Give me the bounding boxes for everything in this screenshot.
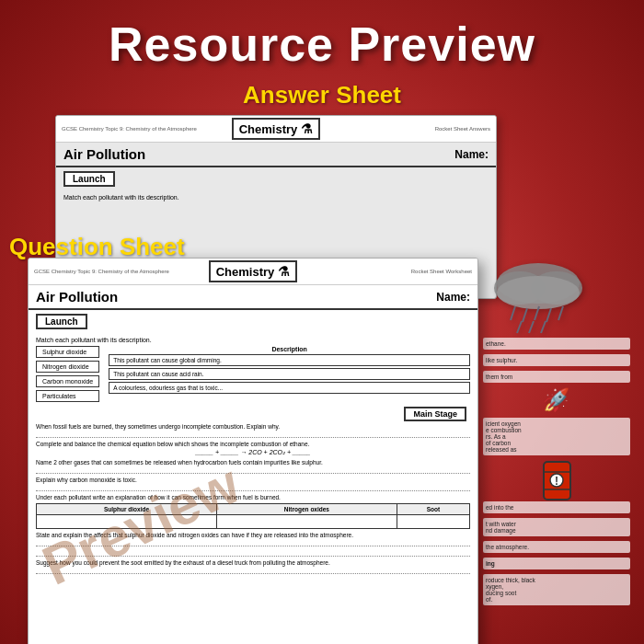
main-stage-label: Main Stage xyxy=(404,407,466,421)
table-cell-soot xyxy=(397,515,469,529)
question-1: When fossil fuels are burned, they somet… xyxy=(36,423,470,430)
description-header: Description xyxy=(109,346,470,352)
table-header-sulphur: Sulphur dioxide xyxy=(37,504,217,515)
svg-point-3 xyxy=(497,276,580,309)
table-header-nitrogen: Nitrogen oxides xyxy=(216,504,397,515)
answer-line-6b xyxy=(36,549,470,557)
question-sheet-label: Question Sheet xyxy=(9,233,185,261)
question-air-pollution-row: Air Pollution Name: xyxy=(29,285,477,310)
description-box-1: This pollutant can cause global dimming. xyxy=(109,354,470,366)
right-text-7: the atmosphere. xyxy=(483,541,630,553)
barrel-container: ! xyxy=(483,460,630,501)
list-item: Nitrogen dioxide xyxy=(36,361,99,373)
page-title: Resource Preview xyxy=(0,0,644,81)
answer-chemistry-badge: Chemistry ⚗ xyxy=(232,118,321,140)
flask-icon-question: ⚗ xyxy=(278,264,290,279)
svg-line-11 xyxy=(541,321,546,333)
answer-header-small: GCSE Chemistry Topic 9: Chemistry of the… xyxy=(62,126,232,132)
question-chemistry-label: Chemistry xyxy=(216,265,275,279)
right-text-4: icient oxygene combustionrs. As aof carb… xyxy=(483,418,630,455)
rocket-decoration: 🚀 xyxy=(483,387,630,413)
flask-icon-answer: ⚗ xyxy=(301,121,313,136)
answer-line-1 xyxy=(36,431,470,438)
right-text-2: like sulphur. xyxy=(483,354,630,366)
question-6: State and explain the affects that sulph… xyxy=(36,532,470,538)
question-4: Explain why carbon monoxide is toxic. xyxy=(36,477,470,483)
svg-line-8 xyxy=(558,306,563,320)
equation: _____ + _____ → 2CO + 2CO₂ + _____ xyxy=(36,449,470,456)
question-paper-header: GCSE Chemistry Topic 9: Chemistry of the… xyxy=(29,259,477,285)
question-air-pollution-title: Air Pollution xyxy=(36,289,436,305)
answer-match-instruction: Match each pollutant with its descriptio… xyxy=(63,194,489,201)
list-item: Carbon monoxide xyxy=(36,375,99,387)
pollutant-list: Sulphur dioxide Nitrogen dioxide Carbon … xyxy=(36,346,99,402)
pollutant-table: Sulphur dioxide Nitrogen oxides Soot xyxy=(36,503,470,529)
question-rocket-label: Rocket Sheet Worksheet xyxy=(297,269,472,274)
right-text-1: ethane. xyxy=(483,338,630,350)
answer-line-6 xyxy=(36,539,470,546)
svg-line-4 xyxy=(511,306,515,320)
table-cell-sulphur xyxy=(37,515,217,529)
question-5: Under each pollutant write an explanatio… xyxy=(36,494,470,500)
table-header-soot: Soot xyxy=(397,504,469,515)
answer-line-4 xyxy=(36,484,470,491)
question-chemistry-badge: Chemistry ⚗ xyxy=(209,260,298,282)
description-column: Description This pollutant can cause glo… xyxy=(109,346,470,402)
answer-line-7 xyxy=(36,567,470,574)
pollutants-layout: Sulphur dioxide Nitrogen dioxide Carbon … xyxy=(36,346,470,402)
question-sheet-paper: GCSE Chemistry Topic 9: Chemistry of the… xyxy=(28,258,478,644)
right-text-3: them from xyxy=(483,371,630,383)
question-7: Suggest how you could prevent the soot e… xyxy=(36,559,470,566)
question-header-small: GCSE Chemistry Topic 9: Chemistry of the… xyxy=(34,269,209,274)
question-name-label: Name: xyxy=(436,291,470,304)
answer-line-3 xyxy=(36,466,470,474)
question-launch-label: Launch xyxy=(36,314,87,329)
right-text-8: ing xyxy=(483,558,630,569)
answer-launch-box: Launch xyxy=(56,167,496,190)
svg-line-10 xyxy=(529,321,534,333)
cloud-rain-illustration xyxy=(483,251,593,334)
answer-paper-header: GCSE Chemistry Topic 9: Chemistry of the… xyxy=(56,116,496,143)
list-item: Particulates xyxy=(36,390,99,402)
answer-air-pollution-row: Air Pollution Name: xyxy=(56,143,496,167)
question-2: Complete and balance the chemical equati… xyxy=(36,441,470,447)
answer-chemistry-label: Chemistry xyxy=(239,122,298,136)
right-text-5: ed into the xyxy=(483,501,630,513)
question-content-area: Match each pollutant with its descriptio… xyxy=(29,333,477,579)
svg-line-9 xyxy=(517,321,522,333)
list-item: Sulphur dioxide xyxy=(36,346,99,358)
question-match-instruction: Match each pollutant with its descriptio… xyxy=(36,337,470,343)
description-box-2: This pollutant can cause acid rain. xyxy=(109,368,470,380)
answer-sheet-label: Answer Sheet xyxy=(0,81,644,109)
answer-air-pollution-title: Air Pollution xyxy=(63,146,454,162)
description-box-3: A colourless, odourless gas that is toxi… xyxy=(109,382,470,394)
right-decoration-area: ethane. like sulphur. them from 🚀 icient… xyxy=(483,251,630,644)
question-3: Name 2 other gases that can sometimes be… xyxy=(36,459,470,466)
right-text-6: t with waternd damage xyxy=(483,518,630,536)
barrel-icon: ! xyxy=(541,460,573,501)
papers-container: GCSE Chemistry Topic 9: Chemistry of the… xyxy=(9,115,635,630)
answer-rocket-label: Rocket Sheet Answers xyxy=(320,126,490,132)
answer-name-label: Name: xyxy=(454,148,489,161)
svg-text:!: ! xyxy=(555,475,558,488)
right-text-9: roduce thick, blackxygen,ducing sootof. xyxy=(483,574,630,605)
svg-line-5 xyxy=(523,308,527,322)
question-launch-area: Launch xyxy=(29,310,477,333)
answer-content: Match each pollutant with its descriptio… xyxy=(56,190,496,204)
answer-launch-label: Launch xyxy=(63,171,115,187)
svg-line-7 xyxy=(546,308,551,322)
table-cell-nitrogen xyxy=(216,515,397,529)
